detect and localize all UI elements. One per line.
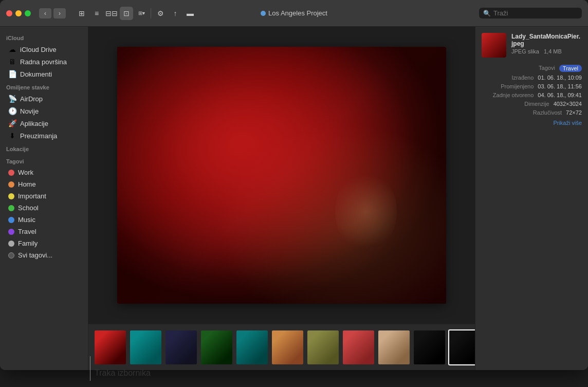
info-row-dimensions: Dimenzije 4032×3024 — [482, 101, 582, 107]
icloud-section-label: iCloud — [0, 31, 88, 43]
titlebar: ‹ › ⊞ ≡ ⊟⊟ ⊡ ⊞▾ ⚙ ↑ ▬ Los Angeles Projec… — [0, 0, 588, 27]
search-input[interactable] — [493, 9, 578, 17]
sidebar-item-applications[interactable]: 🚀 Aplikacije — [2, 117, 86, 130]
tag-family-dot — [8, 241, 14, 247]
airdrop-icon: 📡 — [8, 95, 16, 103]
close-button[interactable] — [6, 10, 12, 16]
sidebar-item-downloads[interactable]: ⬇ Preuzimanja — [2, 130, 86, 142]
resolution-key: Razlučivost — [533, 109, 562, 116]
title-folder-icon — [261, 11, 266, 16]
modified-value: 03. 06. 18., 11:56 — [538, 83, 582, 89]
info-metadata: Tagovi Travel Izrađeno 01. 06. 18., 10:0… — [482, 65, 582, 116]
info-header: Lady_SantaMonicaPier.jpeg JPEG slika 1,4… — [482, 33, 582, 58]
filetype-text: JPEG slika — [511, 48, 539, 54]
sidebar-item-documents[interactable]: 📄 Dokumenti — [2, 68, 86, 80]
filmstrip-thumb-6[interactable] — [306, 329, 340, 365]
icloud-drive-icon: ☁ — [8, 45, 16, 53]
search-icon: 🔍 — [483, 10, 491, 17]
opened-value: 04. 06. 18., 09:41 — [538, 92, 582, 98]
all-tags-dot — [8, 252, 14, 259]
sidebar-item-tag-important[interactable]: Important — [2, 190, 86, 202]
show-more-link[interactable]: Prikaži više — [482, 120, 582, 126]
sidebar-item-recents[interactable]: 🕐 Novije — [2, 105, 86, 117]
settings-button[interactable]: ⚙ — [154, 7, 167, 20]
tag-school-dot — [8, 205, 14, 211]
tag-music-label: Music — [18, 216, 35, 224]
documents-icon: 📄 — [8, 70, 16, 78]
filmstrip-thumb-4[interactable] — [235, 329, 269, 365]
created-value: 01. 06. 18., 10:09 — [538, 75, 582, 81]
tag-badge[interactable]: Travel — [559, 65, 582, 72]
traffic-lights — [6, 10, 31, 16]
info-filetype: JPEG slika 1,4 MB — [511, 48, 582, 54]
sidebar-item-tag-work[interactable]: Work — [2, 167, 86, 178]
menu-bar-callout: Traka izbornika — [90, 356, 151, 381]
tag-family-label: Family — [18, 239, 38, 247]
menu-bar-callout-label: Traka izbornika — [95, 368, 151, 378]
tag-travel-dot — [8, 229, 14, 235]
view-icon-gallery-options[interactable]: ⊞▾ — [135, 7, 148, 20]
toolbar-divider — [151, 8, 151, 19]
airdrop-label: AirDrop — [20, 95, 43, 103]
info-row-created: Izrađeno 01. 06. 18., 10:09 — [482, 75, 582, 81]
desktop-label: Radna površina — [20, 58, 67, 66]
info-file-details: Lady_SantaMonicaPier.jpeg JPEG slika 1,4… — [511, 33, 582, 58]
preview-area[interactable] — [88, 27, 475, 324]
callout-line — [90, 356, 90, 381]
filmstrip-thumb-5[interactable] — [271, 329, 304, 365]
filmstrip-thumb-10[interactable] — [448, 329, 475, 365]
documents-label: Dokumenti — [20, 70, 52, 78]
icloud-drive-label: iCloud Drive — [20, 46, 57, 53]
content-area: ↺ Rotiraj ulijevo ✎ Obilježi ••• Više... — [88, 27, 475, 370]
main-layout: iCloud ☁ iCloud Drive 🖥 Radna površina 📄… — [0, 27, 588, 370]
main-window: ‹ › ⊞ ≡ ⊟⊟ ⊡ ⊞▾ ⚙ ↑ ▬ Los Angeles Projec… — [0, 0, 588, 370]
dimensions-value: 4032×3024 — [554, 101, 582, 107]
info-thumbnail — [482, 33, 506, 58]
view-icon-columns[interactable]: ⊟⊟ — [105, 7, 118, 20]
created-key: Izrađeno — [512, 75, 534, 81]
minimize-button[interactable] — [15, 10, 22, 16]
filmstrip-thumb-8[interactable] — [377, 329, 411, 365]
view-icon-grid[interactable]: ⊞ — [75, 7, 88, 20]
tag-work-label: Work — [18, 169, 33, 176]
applications-label: Aplikacije — [20, 120, 48, 127]
sidebar-item-airdrop[interactable]: 📡 AirDrop — [2, 93, 86, 105]
sidebar-item-tag-home[interactable]: Home — [2, 178, 86, 190]
share-button[interactable]: ↑ — [169, 7, 182, 20]
filmstrip-thumb-7[interactable] — [342, 329, 375, 365]
back-button[interactable]: ‹ — [39, 8, 51, 19]
sidebar-item-tag-travel[interactable]: Travel — [2, 226, 86, 237]
tag-important-dot — [8, 193, 14, 199]
tags-section-label: Tagovi — [0, 154, 88, 167]
modified-key: Promijenjeno — [501, 83, 534, 89]
window-title: Los Angeles Project — [268, 9, 327, 17]
downloads-label: Preuzimanja — [20, 132, 57, 140]
info-row-resolution: Razlučivost 72×72 — [482, 109, 582, 116]
sidebar-item-tag-music[interactable]: Music — [2, 214, 86, 226]
info-row-modified: Promijenjeno 03. 06. 18., 11:56 — [482, 83, 582, 89]
recents-icon: 🕐 — [8, 107, 16, 115]
filmstrip-thumb-2[interactable] — [164, 329, 198, 365]
tag-home-label: Home — [18, 180, 36, 188]
view-icon-list[interactable]: ≡ — [90, 7, 103, 20]
sidebar-item-all-tags[interactable]: Svi tagovi... — [2, 249, 86, 261]
dimensions-key: Dimenzije — [524, 101, 549, 107]
nav-buttons: ‹ › — [39, 8, 66, 19]
search-box[interactable]: 🔍 — [479, 8, 582, 19]
main-preview-image — [117, 47, 446, 304]
tag-home-dot — [8, 181, 14, 188]
filmstrip-thumb-9[interactable] — [413, 329, 446, 365]
view-icon-gallery[interactable]: ⊡ — [120, 7, 133, 20]
filmstrip-thumb-3[interactable] — [200, 329, 233, 365]
sidebar-item-tag-family[interactable]: Family — [2, 237, 86, 249]
favorites-section-label: Omiljene stavke — [0, 80, 88, 93]
sidebar-item-desktop[interactable]: 🖥 Radna površina — [2, 56, 86, 68]
forward-button[interactable]: › — [53, 8, 66, 19]
tag-important-label: Important — [18, 192, 46, 200]
fullscreen-button[interactable] — [25, 10, 31, 16]
tag-school-label: School — [18, 204, 39, 212]
recents-label: Novije — [20, 107, 39, 115]
sidebar-item-icloud-drive[interactable]: ☁ iCloud Drive — [2, 43, 86, 56]
tag-button[interactable]: ▬ — [183, 7, 197, 20]
sidebar-item-tag-school[interactable]: School — [2, 202, 86, 214]
